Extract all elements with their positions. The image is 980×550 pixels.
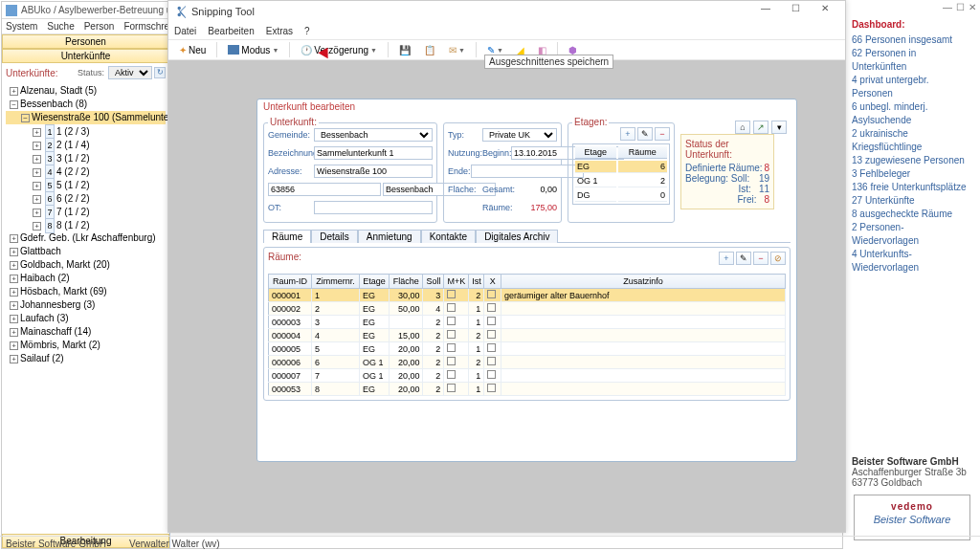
save-button[interactable]: 💾 — [394, 44, 415, 56]
tree-item[interactable]: +88 (1 / 2) — [6, 218, 166, 231]
tab-raeume[interactable]: Räume — [263, 230, 311, 243]
tree-item[interactable]: +Johannesberg (3) — [6, 298, 166, 312]
col-header[interactable]: X — [484, 275, 501, 289]
tree-item[interactable]: +44 (2 / 2) — [6, 165, 166, 178]
panel-header-unterkuenfte[interactable]: Unterkünfte — [2, 49, 169, 63]
ende-input[interactable] — [471, 165, 584, 178]
tab-archiv[interactable]: Digitales Archiv — [476, 230, 558, 243]
tree-item[interactable]: +33 (1 / 2) — [6, 151, 166, 165]
menu-system[interactable]: System — [6, 21, 37, 32]
edit-room-button[interactable]: ✎ — [736, 252, 751, 265]
add-room-button[interactable]: + — [719, 252, 734, 265]
menu-suche[interactable]: Suche — [47, 21, 74, 32]
table-row[interactable]: EG6 — [575, 161, 667, 173]
snip-menu-bearbeiten[interactable]: Bearbeiten — [208, 26, 254, 36]
dashboard-item[interactable]: 2 Personen-Wiedervorlagen — [852, 221, 970, 248]
tab-kontakte[interactable]: Kontakte — [421, 230, 476, 243]
delete-room-button[interactable]: − — [753, 252, 768, 265]
table-row[interactable]: 0000011EG30,0032geräumiger alter Bauernh… — [269, 289, 786, 302]
tab-anmietung[interactable]: Anmietung — [358, 230, 421, 243]
share-icon[interactable]: ↗ — [753, 121, 768, 134]
table-row[interactable]: 0000033EG21 — [269, 316, 786, 329]
dashboard-item[interactable]: 3 Fehlbeleger — [852, 167, 970, 181]
copy-button[interactable]: 📋 — [419, 44, 440, 56]
tree[interactable]: +Alzenau, Stadt (5) −Bessenbach (8) −Wie… — [2, 82, 169, 534]
tree-item[interactable]: +22 (1 / 4) — [6, 138, 166, 151]
neu-button[interactable]: ✦Neu — [174, 44, 211, 56]
dashboard-item[interactable]: 27 Unterkünfte — [852, 194, 970, 208]
panel-header-personen[interactable]: Personen — [2, 34, 169, 49]
tree-item[interactable]: +11 (2 / 3) — [6, 124, 166, 138]
tree-item-selected[interactable]: −Wiesenstraße 100 (Sammelunterkunft 1)… — [6, 111, 166, 124]
table-row[interactable]: 0000055EG20,0021 — [269, 342, 786, 356]
close-btn[interactable]: ✕ — [969, 2, 976, 12]
table-row[interactable]: OG 12 — [575, 175, 667, 187]
rooms-table[interactable]: Raum-ID Zimmernr. Etage Fläche Soll M+K … — [268, 274, 786, 396]
snip-min-btn[interactable]: — — [751, 3, 780, 20]
tree-item[interactable]: −Bessenbach (8) — [6, 98, 166, 111]
table-row[interactable]: 0000044EG15,0022 — [269, 329, 786, 342]
tree-item[interactable]: +66 (2 / 2) — [6, 191, 166, 205]
tree-item[interactable]: +55 (1 / 2) — [6, 178, 166, 191]
table-row[interactable]: 0000066OG 120,0022 — [269, 356, 786, 369]
col-header[interactable]: Raum-ID — [269, 275, 312, 289]
menu-person[interactable]: Person — [84, 21, 115, 32]
dashboard-item[interactable]: 62 Personen in Unterkünften — [852, 47, 970, 74]
max-btn[interactable]: ☐ — [956, 2, 965, 12]
modus-button[interactable]: Modus▼ — [223, 44, 283, 56]
etagen-table[interactable]: EtageRäume EG6 OG 12 DG0 — [572, 143, 670, 205]
dashboard-item[interactable]: 66 Personen insgesamt — [852, 33, 970, 47]
lock-room-button[interactable]: ⊘ — [770, 252, 786, 265]
dashboard-item[interactable]: 8 ausgecheckte Räume — [852, 208, 970, 221]
tree-item[interactable]: +Mainaschaff (14) — [6, 325, 166, 339]
dashboard-item[interactable]: 6 unbegl. minderj. Asylsuchende — [852, 100, 970, 127]
table-row[interactable]: 0000077OG 120,0021 — [269, 369, 786, 383]
tree-item[interactable]: +Laufach (3) — [6, 312, 166, 325]
home-icon[interactable]: ⌂ — [735, 121, 750, 134]
col-header[interactable]: Fläche — [390, 275, 423, 289]
dashboard-item[interactable]: 4 Unterkunfts-Wiedervorlagen — [852, 248, 970, 275]
tree-item[interactable]: +Mömbris, Markt (2) — [6, 339, 166, 352]
tree-item[interactable]: +Alzenau, Stadt (5) — [6, 84, 166, 98]
col-header[interactable]: Soll — [423, 275, 444, 289]
snip-menubar[interactable]: Datei Bearbeiten Extras ? — [168, 22, 845, 39]
tree-item[interactable]: +Hösbach, Markt (69) — [6, 285, 166, 298]
snip-menu-datei[interactable]: Datei — [174, 26, 196, 36]
gemeinde-select[interactable]: Bessenbach — [314, 128, 433, 142]
col-header[interactable]: Etage — [359, 275, 389, 289]
table-row[interactable]: 0000538EG20,0021 — [269, 383, 786, 396]
bezeichnung-input[interactable] — [314, 146, 433, 160]
min-btn[interactable]: — — [943, 2, 952, 12]
col-header[interactable]: Zusatzinfo — [501, 275, 786, 289]
tree-item[interactable]: +Haibach (2) — [6, 272, 166, 285]
snip-titlebar[interactable]: Snipping Tool — ☐ ✕ — [168, 1, 845, 22]
tree-item[interactable]: +77 (1 / 2) — [6, 205, 166, 218]
refresh-icon[interactable]: ↻ — [154, 67, 166, 78]
plz-input[interactable] — [268, 183, 381, 196]
tree-item[interactable]: +Glattbach — [6, 245, 166, 258]
dashboard-item[interactable]: 2 ukrainische Kriegsflüchtlinge — [852, 127, 970, 154]
snip-menu-extras[interactable]: Extras — [266, 26, 293, 36]
col-header[interactable]: Ist — [469, 275, 484, 289]
strasse-input[interactable] — [314, 165, 433, 178]
delete-etage-button[interactable]: − — [655, 127, 670, 141]
verzoegerung-button[interactable]: 🕐Verzögerung▼ — [296, 44, 382, 56]
tree-item[interactable]: +Goldbach, Markt (20) — [6, 258, 166, 272]
ot-input[interactable] — [314, 201, 433, 214]
col-header[interactable]: Zimmernr. — [312, 275, 360, 289]
snip-close-btn[interactable]: ✕ — [811, 3, 839, 20]
dashboard-item[interactable]: 13 zugewiesene Personen — [852, 154, 970, 167]
tree-item[interactable]: +Gdefr. Geb. (Lkr Aschaffenburg) — [6, 231, 166, 245]
snip-menu-help[interactable]: ? — [304, 26, 310, 36]
dropdown-icon[interactable]: ▾ — [771, 121, 787, 134]
edit-etage-button[interactable]: ✎ — [637, 127, 653, 141]
snip-max-btn[interactable]: ☐ — [781, 3, 810, 20]
table-row[interactable]: 0000022EG50,0041 — [269, 302, 786, 316]
dashboard-item[interactable]: 4 privat untergebr. Personen — [852, 74, 970, 100]
tree-item[interactable]: +Sailauf (2) — [6, 352, 166, 365]
table-row[interactable]: DG0 — [575, 189, 667, 202]
mail-button[interactable]: ✉▼ — [444, 44, 470, 56]
add-etage-button[interactable]: + — [620, 127, 635, 141]
col-header[interactable]: M+K — [444, 275, 469, 289]
status-select[interactable]: Aktiv — [108, 66, 152, 79]
